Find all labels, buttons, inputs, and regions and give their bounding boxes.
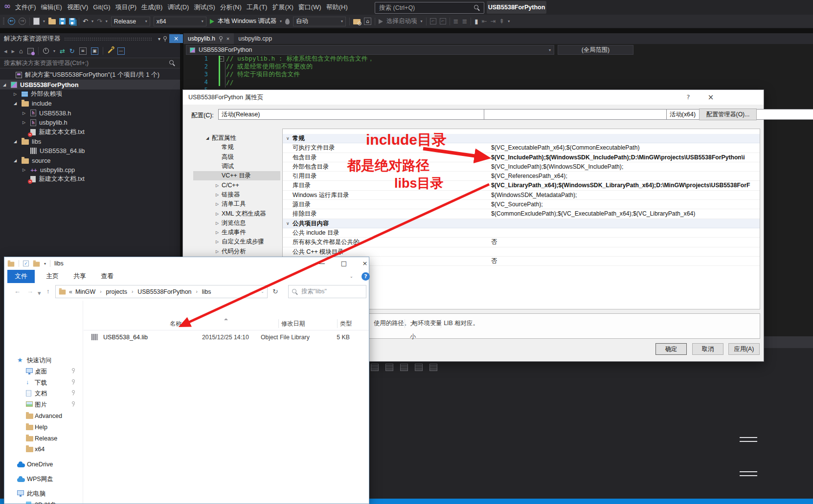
column-header-1[interactable]: 修改日期 <box>281 317 305 330</box>
clear-bookmarks-icon[interactable]: ⇞ <box>499 18 504 25</box>
se-switch-views-icon[interactable] <box>27 48 34 54</box>
redo-icon[interactable]: ↷ <box>97 18 102 25</box>
menu-item-10[interactable]: 扩展(X) <box>270 0 295 15</box>
panel-pin-icon[interactable] <box>163 36 167 42</box>
property-value[interactable] <box>491 247 758 257</box>
start-debugging-icon[interactable] <box>210 19 214 24</box>
se-forward-icon[interactable]: ▸ <box>12 47 15 55</box>
sidebar-item-WPS网盘[interactable]: WPS网盘 <box>4 474 83 484</box>
column-header-3[interactable]: 大小 <box>410 317 416 330</box>
solution-platform-select[interactable]: x64▾ <box>154 17 206 26</box>
se-tree-item-3[interactable]: ◢include <box>0 99 180 108</box>
editor-project-dropdown[interactable]: USB5538ForPython ▾ <box>186 45 554 55</box>
menu-item-5[interactable]: 生成(B) <box>139 0 165 15</box>
se-pending-dropdown-icon[interactable]: ▾ <box>53 49 55 53</box>
se-home-icon[interactable]: ⌂ <box>19 47 23 55</box>
collapsed-arrow-icon[interactable]: ▷ <box>216 249 222 254</box>
grid-section-0[interactable]: ∨常规 <box>283 134 760 143</box>
se-tree-item-2[interactable]: ▷外部依赖项 <box>0 89 180 99</box>
dialog-title-bar[interactable]: USB5538ForPython 属性页 <box>183 90 764 105</box>
grid-row-1-1[interactable]: 所有标头文件都是公共的否 <box>283 238 760 247</box>
sidebar-item-文档[interactable]: 文档 <box>4 388 83 399</box>
grid-row-0-6[interactable]: 源目录$(VC_SourcePath); <box>283 200 760 209</box>
dialog-tree-item-6[interactable]: ▷链接器 <box>193 190 280 199</box>
debug-target-dropdown-icon[interactable]: ▾ <box>280 19 282 23</box>
close-icon[interactable]: × <box>226 36 229 42</box>
document-tab-0[interactable]: usbpylib.h× <box>183 33 234 44</box>
indent-increase-icon[interactable]: ≣ <box>462 18 467 25</box>
new-folder-quick-icon[interactable] <box>33 262 40 266</box>
grid-row-0-5[interactable]: Windows 运行库目录$(WindowsSDK_MetadataPath); <box>283 191 760 200</box>
sidebar-item-Help[interactable]: Help <box>4 422 83 433</box>
collapsed-arrow-icon[interactable]: ▷ <box>216 202 222 206</box>
splitter-grip[interactable] <box>740 437 757 442</box>
nav-forward-icon[interactable]: → <box>27 287 33 295</box>
quick-access-toolbar-dropdown-icon[interactable]: ▾ <box>44 262 46 266</box>
se-tree-item-6[interactable]: 新建文本文档.txt <box>0 127 180 136</box>
splitter-grip[interactable] <box>740 471 757 476</box>
hot-reload-mode-select[interactable]: 自动▾ <box>293 17 346 26</box>
grid-row-1-2[interactable]: 公共 C++ 模块目录 <box>283 247 760 257</box>
se-sync-icon[interactable]: ↻ <box>69 47 75 55</box>
menu-item-6[interactable]: 调试(D) <box>165 0 191 15</box>
se-tree-item-9[interactable]: ◢source <box>0 156 180 165</box>
column-separator[interactable] <box>405 319 405 328</box>
se-pending-changes-icon[interactable] <box>43 48 49 54</box>
breadcrumb[interactable]: « MinGW›projects›USB5538ForPython›libs ⌄ <box>55 285 268 298</box>
collapsed-arrow-icon[interactable]: ▷ <box>216 193 222 197</box>
sidebar-item-Advanced[interactable]: Advanced <box>4 411 83 421</box>
navigate-back-icon[interactable]: ← <box>8 18 15 25</box>
nav-back-icon[interactable]: ← <box>14 287 21 295</box>
property-value[interactable]: $(VC_IncludePath);$(WindowsSDK_IncludePa… <box>491 162 758 172</box>
ribbon-expand-icon[interactable]: ⌄ <box>350 274 353 279</box>
sidebar-item-此电脑[interactable]: 此电脑 <box>4 488 83 499</box>
se-tree-item-7[interactable]: ◢libs <box>0 137 180 146</box>
start-without-debugging-icon[interactable] <box>379 19 383 24</box>
save-all-icon[interactable] <box>69 18 75 24</box>
menu-item-11[interactable]: 窗口(W) <box>296 0 324 15</box>
redo-dropdown-icon[interactable]: ▾ <box>106 19 108 23</box>
dialog-tree-item-7[interactable]: ▷清单工具 <box>193 199 280 209</box>
ribbon-help-icon[interactable] <box>361 272 370 281</box>
property-value[interactable]: 否 <box>491 257 758 266</box>
menu-item-2[interactable]: 视图(V) <box>65 0 90 15</box>
se-tree-item-4[interactable]: ▷USB5538.h <box>0 109 180 118</box>
dialog-tree-item-4[interactable]: VC++ 目录 <box>193 171 280 180</box>
menu-item-8[interactable]: 分析(N) <box>218 0 244 15</box>
property-value[interactable]: $(WindowsSDK_MetadataPath); <box>491 191 758 200</box>
refresh-icon[interactable]: ↻ <box>272 287 278 295</box>
dialog-tree-item-2[interactable]: 高级 <box>193 153 280 162</box>
panel-drag-texture[interactable] <box>64 37 152 41</box>
se-properties-icon[interactable] <box>108 48 113 54</box>
sidebar-item-桌面[interactable]: 桌面 <box>4 366 83 377</box>
new-project-icon[interactable] <box>33 18 40 25</box>
code-editor[interactable]: 1−// usbpylib.h : 标准系统包含文件的包含文件，2// 或是经常… <box>183 55 813 94</box>
configuration-manager-button[interactable]: 配置管理器(O)... <box>699 109 757 120</box>
close-icon[interactable]: × <box>355 257 375 270</box>
collapsed-arrow-icon[interactable]: ▷ <box>216 240 222 244</box>
breadcrumb-item-0[interactable]: MinGW <box>75 288 95 295</box>
collapsed-arrow-icon[interactable]: ▷ <box>216 212 222 216</box>
minimize-icon[interactable]: — <box>312 257 332 270</box>
menu-item-1[interactable]: 编辑(E) <box>39 0 65 15</box>
se-tree-item-11[interactable]: 新建文本文档.txt <box>0 175 180 184</box>
grid-row-0-0[interactable]: 可执行文件目录$(VC_ExecutablePath_x64);$(Common… <box>283 143 760 153</box>
sidebar-item-图片[interactable]: 图片 <box>4 399 83 410</box>
ok-button[interactable]: 确定 <box>655 343 687 355</box>
file-row-0[interactable]: USB5538_64.lib2015/12/25 14:10Object Fil… <box>84 331 369 343</box>
toolbar-overflow-icon[interactable]: ▾ <box>508 19 510 23</box>
panel-close-icon[interactable]: × <box>169 34 183 43</box>
collapsed-arrow-icon[interactable]: ▷ <box>23 168 30 172</box>
menu-item-3[interactable]: Git(G) <box>90 0 113 15</box>
home-icon[interactable]: ⌂ <box>364 18 371 25</box>
restart-icon[interactable]: ⌐ <box>440 18 446 24</box>
explorer-search-input[interactable]: 搜索"libs" <box>288 285 366 298</box>
dialog-close-icon[interactable]: × <box>704 92 717 103</box>
dialog-tree-item-3[interactable]: 调试 <box>193 162 280 171</box>
undo-dropdown-icon[interactable]: ▾ <box>91 19 93 23</box>
collapsed-arrow-icon[interactable]: ▷ <box>23 111 30 115</box>
property-value[interactable]: $(CommonExcludePath);$(VC_ExecutablePath… <box>491 209 758 219</box>
previous-bookmark-icon[interactable]: ⇤ <box>482 18 487 25</box>
sidebar-item-x64[interactable]: x64 <box>4 444 83 455</box>
attach-icon[interactable]: ⌐ <box>430 18 436 24</box>
